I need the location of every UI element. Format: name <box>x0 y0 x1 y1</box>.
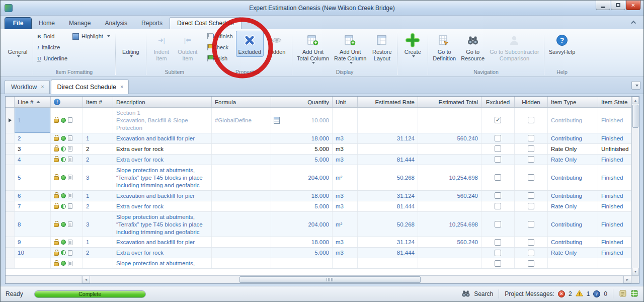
header-item-state[interactable]: Item State <box>598 97 631 107</box>
finish-button[interactable]: Finish <box>205 53 236 64</box>
quantity-cell[interactable] <box>271 258 333 268</box>
description-cell[interactable]: Excavation and backfill for pier <box>113 191 212 201</box>
row-selector[interactable] <box>6 144 15 154</box>
line-number-cell[interactable]: 8 <box>15 212 51 237</box>
estimated-rate-cell[interactable]: 31.124 <box>358 237 418 247</box>
excluded-checkbox[interactable] <box>495 174 501 181</box>
excluded-cell[interactable] <box>481 201 515 211</box>
item-state-cell[interactable]: Unfinished <box>598 144 631 154</box>
item-state-cell[interactable]: Finished <box>598 108 631 133</box>
header-item[interactable]: Item # <box>83 97 113 107</box>
tab-direct-cost-schedule[interactable]: Direct Cost Schedule <box>170 17 242 29</box>
hidden-checkbox[interactable] <box>528 156 534 163</box>
add-unit-total-column-button[interactable]: Add Unit Total Column <box>294 31 332 65</box>
header-info[interactable]: i <box>51 97 83 107</box>
estimated-rate-cell[interactable]: 81.444 <box>358 201 418 211</box>
table-row[interactable]: 8 3 Slope protection at abutments, “Terr… <box>6 212 631 238</box>
header-hidden[interactable]: Hidden <box>515 97 548 107</box>
quantity-cell[interactable]: 204.000 <box>271 165 333 190</box>
hidden-checkbox[interactable] <box>528 117 534 123</box>
header-item-type[interactable]: Item Type <box>548 97 598 107</box>
header-description[interactable]: Description <box>113 97 212 107</box>
table-row[interactable]: 10 2 Extra over for rock 5.000 m3 81.444… <box>6 248 631 258</box>
formula-cell[interactable] <box>212 155 271 165</box>
unit-cell[interactable] <box>333 108 358 133</box>
scroll-right-button[interactable]: ► <box>623 276 631 283</box>
description-cell[interactable]: Section 1 Excavation, Backfill & Slope P… <box>113 108 212 133</box>
formula-cell[interactable] <box>212 201 271 211</box>
unit-cell[interactable]: m² <box>333 212 358 237</box>
formula-cell[interactable] <box>212 212 271 237</box>
quantity-cell[interactable]: 10.000 <box>271 108 333 133</box>
hidden-cell[interactable] <box>515 212 548 237</box>
row-selector[interactable] <box>6 248 15 258</box>
item-state-cell[interactable]: Finished <box>598 237 631 247</box>
table-row[interactable]: 4 2 Extra over for rock 5.000 m3 81.444 … <box>6 155 631 165</box>
header-quantity[interactable]: Quantity <box>271 97 333 107</box>
line-number-cell[interactable]: 3 <box>15 144 51 154</box>
item-type-cell[interactable]: Rate Only <box>548 144 598 154</box>
estimated-total-cell[interactable] <box>418 258 481 268</box>
excluded-checkbox[interactable] <box>495 239 501 246</box>
maximize-button[interactable] <box>611 1 625 10</box>
table-row[interactable]: 3 2 Extra over for rock 5.000 m3 Rate On… <box>6 144 631 155</box>
estimated-total-cell[interactable] <box>418 108 481 133</box>
hidden-cell[interactable] <box>515 108 548 133</box>
italicize-button[interactable]: IItalicize <box>35 42 70 53</box>
unit-cell[interactable]: m3 <box>333 201 358 211</box>
excluded-cell[interactable] <box>481 191 515 201</box>
unit-cell[interactable]: m3 <box>333 144 358 154</box>
add-unit-rate-column-button[interactable]: Add Unit Rate Column <box>332 31 369 65</box>
row-selector[interactable] <box>6 201 15 211</box>
line-number-cell[interactable]: 7 <box>15 201 51 211</box>
excluded-checkbox[interactable] <box>495 117 501 123</box>
hidden-checkbox[interactable] <box>528 260 534 267</box>
description-cell[interactable]: Slope protection at abutments, “Terrafix… <box>113 165 212 190</box>
hidden-cell[interactable] <box>515 248 548 258</box>
excluded-cell[interactable] <box>481 212 515 237</box>
file-tab[interactable]: File <box>5 17 32 29</box>
item-number-cell[interactable]: 2 <box>83 155 113 165</box>
unit-cell[interactable]: m3 <box>333 155 358 165</box>
estimated-total-cell[interactable]: 560.240 <box>418 191 481 201</box>
table-row[interactable]: 6 1 Excavation and backfill for pier 18.… <box>6 191 631 201</box>
row-selector[interactable] <box>6 258 15 268</box>
formula-cell[interactable] <box>212 144 271 154</box>
item-number-cell[interactable]: 1 <box>83 133 113 143</box>
estimated-rate-cell[interactable]: 50.268 <box>358 165 418 190</box>
unfinish-button[interactable]: Unfinish <box>205 31 236 42</box>
title-bar[interactable]: Expert Estimation Genesis (New Wilson Cr… <box>1 1 643 16</box>
scroll-down-button[interactable]: ▼ <box>632 268 639 275</box>
formula-cell[interactable] <box>212 165 271 190</box>
description-cell[interactable]: Slope protection at abutments, <box>113 258 212 268</box>
editing-button[interactable]: Editing <box>118 31 144 59</box>
tab-workflow[interactable]: Workflow × <box>5 80 50 94</box>
table-row[interactable]: Slope protection at abutments, <box>6 258 631 269</box>
scroll-left-button[interactable]: ◄ <box>82 276 90 283</box>
item-number-cell[interactable] <box>83 258 113 268</box>
excluded-cell[interactable] <box>481 133 515 143</box>
estimated-rate-cell[interactable]: 81.444 <box>358 155 418 165</box>
item-state-cell[interactable]: Finished <box>598 191 631 201</box>
formula-cell[interactable] <box>212 258 271 268</box>
hidden-checkbox[interactable] <box>528 250 534 256</box>
line-number-cell[interactable]: 6 <box>15 191 51 201</box>
header-excluded[interactable]: Excluded <box>481 97 515 107</box>
quantity-cell[interactable]: 5.000 <box>271 248 333 258</box>
excluded-cell[interactable] <box>481 165 515 190</box>
item-type-cell[interactable]: Rate Only <box>548 248 598 258</box>
estimated-rate-cell[interactable] <box>358 144 418 154</box>
header-line[interactable]: Line # <box>15 97 51 107</box>
item-type-cell[interactable]: Rate Only <box>548 155 598 165</box>
item-number-cell[interactable]: 2 <box>83 248 113 258</box>
check-button[interactable]: Check <box>205 42 236 53</box>
formula-cell[interactable] <box>212 191 271 201</box>
table-row[interactable]: 2 1 Excavation and backfill for pier 18.… <box>6 133 631 144</box>
excluded-checkbox[interactable] <box>495 156 501 163</box>
description-cell[interactable]: Excavation and backfill for pier <box>113 133 212 143</box>
excluded-cell[interactable] <box>481 108 515 133</box>
hidden-checkbox[interactable] <box>528 192 534 199</box>
go-to-resource-button[interactable]: Go to Resource <box>458 31 487 63</box>
description-cell[interactable]: Extra over for rock <box>113 144 212 154</box>
estimated-rate-cell[interactable]: 50.268 <box>358 212 418 237</box>
